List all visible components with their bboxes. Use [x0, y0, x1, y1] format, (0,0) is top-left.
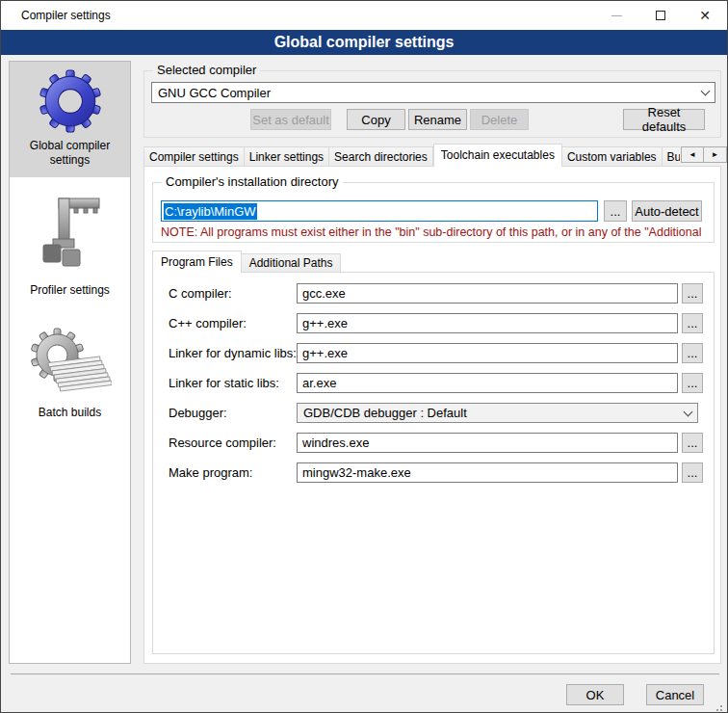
tab-compiler-settings[interactable]: Compiler settings: [143, 146, 245, 167]
rename-button[interactable]: Rename: [408, 109, 467, 130]
form-row-linker-static: Linker for static libs: ...: [153, 373, 714, 393]
minimize-button[interactable]: [594, 1, 638, 30]
page-title: Global compiler settings: [1, 30, 727, 55]
chevron-down-icon: [684, 407, 693, 416]
linker-dynamic-input[interactable]: [297, 343, 678, 363]
linker-static-label: Linker for static libs:: [169, 373, 279, 393]
installation-directory-group: Compiler's installation directory C:\ray…: [152, 182, 715, 243]
program-files-panel: C compiler: ... C++ compiler: ... Linker…: [152, 272, 715, 654]
cpp-compiler-browse-button[interactable]: ...: [682, 313, 703, 333]
installation-directory-legend: Compiler's installation directory: [162, 174, 343, 189]
sidebar-item-global-compiler-settings[interactable]: Global compiler settings: [10, 62, 130, 177]
sidebar-item-label: Profiler settings: [30, 283, 110, 297]
resize-grip[interactable]: [720, 705, 722, 707]
window-controls: ✕: [594, 1, 727, 30]
c-compiler-browse-button[interactable]: ...: [682, 283, 703, 304]
form-row-linker-dynamic: Linker for dynamic libs: ...: [153, 343, 714, 363]
compiler-settings-dialog: Compiler settings ✕ Global compiler sett…: [0, 0, 728, 713]
cpp-compiler-input[interactable]: [297, 313, 678, 333]
installation-directory-input[interactable]: C:\raylib\MinGW: [161, 200, 598, 222]
set-as-default-button[interactable]: Set as default: [250, 109, 331, 130]
debugger-select-value: GDB/CDB debugger : Default: [303, 406, 467, 420]
make-program-input[interactable]: [297, 462, 678, 483]
tab-toolchain-executables[interactable]: Toolchain executables: [433, 144, 562, 167]
settings-tab-strip: Compiler settings Linker settings Search…: [143, 144, 680, 167]
form-row-c-compiler: C compiler: ...: [153, 283, 714, 304]
compiler-select-value: GNU GCC Compiler: [158, 86, 271, 100]
form-row-resource-compiler: Resource compiler: ...: [153, 433, 714, 453]
minimize-icon: [611, 15, 622, 16]
resource-compiler-input[interactable]: [297, 433, 678, 453]
delete-button[interactable]: Delete: [470, 109, 529, 130]
tab-linker-settings[interactable]: Linker settings: [245, 146, 329, 167]
title-bar: Compiler settings ✕: [1, 1, 727, 30]
ok-button[interactable]: OK: [566, 684, 624, 705]
toolchain-executables-panel: Compiler's installation directory C:\ray…: [143, 166, 721, 664]
window-title: Compiler settings: [1, 9, 111, 22]
tab-custom-variables[interactable]: Custom variables: [562, 146, 663, 167]
gray-gear-stack-icon: [13, 327, 126, 400]
chevron-down-icon: [701, 87, 711, 96]
maximize-button[interactable]: [638, 1, 683, 30]
caliper-icon: [13, 197, 126, 277]
selected-compiler-legend: Selected compiler: [153, 63, 260, 77]
tab-scroll-buttons: ◄ ►: [681, 146, 727, 163]
resource-compiler-browse-button[interactable]: ...: [682, 433, 703, 453]
cancel-button[interactable]: Cancel: [646, 684, 704, 705]
debugger-label: Debugger:: [169, 403, 227, 423]
make-program-label: Make program:: [169, 462, 252, 483]
subtab-program-files[interactable]: Program Files: [152, 251, 242, 273]
linker-dynamic-label: Linker for dynamic libs:: [169, 343, 297, 363]
debugger-select[interactable]: GDB/CDB debugger : Default: [297, 403, 698, 423]
close-button[interactable]: ✕: [683, 1, 727, 30]
sidebar-item-profiler-settings[interactable]: Profiler settings: [10, 189, 130, 307]
footer-divider: [11, 673, 719, 674]
make-program-browse-button[interactable]: ...: [682, 462, 703, 483]
form-row-debugger: Debugger: GDB/CDB debugger : Default: [153, 403, 714, 423]
note-text: NOTE: All programs must exist either in …: [161, 225, 712, 239]
sidebar-item-label: Batch builds: [39, 406, 101, 419]
resource-compiler-label: Resource compiler:: [169, 433, 276, 453]
linker-dynamic-browse-button[interactable]: ...: [682, 343, 703, 363]
blue-gear-icon: [13, 69, 126, 133]
tab-scroll-left-icon[interactable]: ◄: [681, 146, 704, 163]
form-row-cpp-compiler: C++ compiler: ...: [153, 313, 714, 333]
linker-static-browse-button[interactable]: ...: [682, 373, 703, 393]
browse-directory-button[interactable]: ...: [604, 200, 627, 222]
sidebar-item-batch-builds[interactable]: Batch builds: [10, 319, 130, 430]
settings-sidebar: Global compiler settings: [9, 61, 131, 664]
c-compiler-input[interactable]: [297, 283, 678, 304]
form-row-make-program: Make program: ...: [153, 462, 714, 483]
subtab-additional-paths[interactable]: Additional Paths: [242, 253, 342, 273]
compiler-select[interactable]: GNU GCC Compiler: [151, 82, 715, 103]
tab-build-options[interactable]: Build options: [663, 146, 680, 167]
maximize-icon: [656, 11, 665, 20]
auto-detect-button[interactable]: Auto-detect: [632, 200, 702, 222]
cpp-compiler-label: C++ compiler:: [169, 313, 247, 333]
close-icon: ✕: [699, 9, 711, 22]
copy-button[interactable]: Copy: [347, 109, 405, 130]
sidebar-item-label: Global compiler settings: [30, 139, 110, 167]
tab-scroll-right-icon[interactable]: ►: [704, 146, 727, 163]
selected-compiler-group: Selected compiler GNU GCC Compiler Set a…: [143, 70, 721, 138]
c-compiler-label: C compiler:: [169, 283, 232, 304]
reset-defaults-button[interactable]: Reset defaults: [623, 109, 705, 130]
program-subtab-strip: Program Files Additional Paths: [152, 251, 341, 273]
installation-directory-value: C:\raylib\MinGW: [164, 203, 257, 220]
linker-static-input[interactable]: [297, 373, 678, 393]
tab-search-directories[interactable]: Search directories: [329, 146, 433, 167]
